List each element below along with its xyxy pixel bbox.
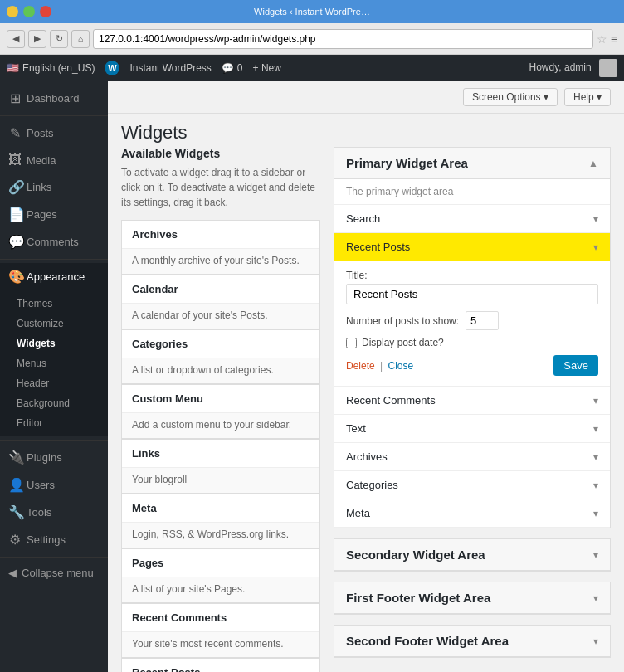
close-button[interactable] [40, 6, 51, 17]
admin-bar-wp[interactable]: W [105, 61, 119, 75]
recent-posts-chevron-icon: ▾ [593, 241, 598, 253]
address-bar[interactable] [93, 29, 593, 49]
delete-link[interactable]: Delete [346, 360, 375, 372]
browser-controls: ◀ ▶ ↻ ⌂ ☆ ≡ [0, 23, 624, 55]
sidebar-label-media: Media [27, 154, 56, 167]
sidebar-item-users[interactable]: 👤 Users [0, 471, 108, 499]
widget-categories-desc: A list or dropdown of categories. [122, 358, 319, 383]
site-name: Instant WordPress [129, 62, 211, 74]
admin-bar-howdy[interactable]: Howdy, admin [529, 59, 617, 77]
sidebar-item-posts[interactable]: ✎ Posts [0, 119, 108, 147]
first-footer-widget-area-title: First Footer Widget Area [346, 591, 490, 605]
widget-categories-header: Categories [122, 330, 319, 358]
home-button[interactable]: ⌂ [71, 30, 90, 48]
widget-recent-posts[interactable]: Recent Posts Your site's most recent Pos… [121, 658, 320, 672]
sidebar-label-users: Users [27, 479, 55, 491]
bookmark-button[interactable]: ☆ [597, 32, 607, 46]
users-icon: 👤 [8, 477, 22, 493]
sidebar-item-background[interactable]: Background [0, 393, 108, 413]
widget-row-search-header[interactable]: Search ▾ [334, 205, 610, 232]
admin-bar-comments[interactable]: 💬 0 [222, 62, 243, 74]
widget-links: Delete | Close [346, 360, 413, 372]
forward-button[interactable]: ▶ [28, 30, 46, 48]
close-link[interactable]: Close [388, 360, 413, 372]
sidebar-item-header[interactable]: Header [0, 373, 108, 393]
widget-recent-comments[interactable]: Recent Comments Your site's most recent … [121, 603, 320, 658]
secondary-widget-area-header[interactable]: Secondary Widget Area ▾ [334, 539, 610, 571]
sidebar-item-settings[interactable]: ⚙ Settings [0, 526, 108, 553]
first-footer-chevron-icon: ▾ [593, 592, 598, 604]
pages-icon: 📄 [8, 207, 22, 222]
sidebar-item-plugins[interactable]: 🔌 Plugins [0, 444, 108, 471]
sidebar-item-themes[interactable]: Themes [0, 294, 108, 314]
back-button[interactable]: ◀ [7, 30, 25, 48]
widget-recent-posts-header: Recent Posts [122, 659, 319, 672]
widget-links-header: Links [122, 440, 319, 468]
sidebar-item-dashboard[interactable]: ⊞ Dashboard [0, 85, 108, 112]
widget-calendar[interactable]: Calendar A calendar of your site's Posts… [121, 275, 320, 329]
widget-calendar-desc: A calendar of your site's Posts. [122, 304, 319, 329]
primary-chevron-icon: ▲ [588, 158, 598, 169]
sidebar-item-links[interactable]: 🔗 Links [0, 173, 108, 201]
widget-row-categories-header[interactable]: Categories ▾ [334, 471, 610, 499]
browser-menu-button[interactable]: ≡ [611, 32, 617, 46]
widget-links-desc: Your blogroll [122, 468, 319, 493]
widget-meta-desc: Login, RSS, & WordPress.org links. [122, 523, 319, 548]
widget-custom-menu[interactable]: Custom Menu Add a custom menu to your si… [121, 384, 320, 439]
widget-meta[interactable]: Meta Login, RSS, & WordPress.org links. [121, 494, 320, 548]
maximize-button[interactable] [23, 6, 35, 17]
widget-row-recent-comments-header[interactable]: Recent Comments ▾ [334, 387, 610, 414]
sidebar-label-dashboard: Dashboard [27, 92, 80, 105]
page-title: Widgets [121, 122, 611, 144]
posts-count-label: Number of posts to show: [346, 315, 459, 327]
sidebar-label-plugins: Plugins [27, 451, 62, 464]
widget-custom-menu-header: Custom Menu [122, 385, 319, 413]
widget-pages[interactable]: Pages A list of your site's Pages. [121, 548, 320, 603]
widget-recent-posts-area-title: Recent Posts [346, 241, 410, 253]
widget-row-recent-posts-header[interactable]: Recent Posts ▾ [334, 233, 610, 261]
widget-row-meta: Meta ▾ [334, 499, 610, 528]
posts-count-input[interactable] [466, 311, 499, 330]
wp-sidebar: ⊞ Dashboard ✎ Posts 🖼 Media 🔗 Links 📄 Pa… [0, 81, 108, 672]
widget-row-archives-header[interactable]: Archives ▾ [334, 443, 610, 470]
widget-row-text-header[interactable]: Text ▾ [334, 415, 610, 442]
howdy-label: Howdy, admin [529, 61, 592, 73]
sidebar-item-menus[interactable]: Menus [0, 353, 108, 373]
minimize-button[interactable] [7, 6, 18, 17]
first-footer-widget-area-header[interactable]: First Footer Widget Area ▾ [334, 582, 610, 614]
text-chevron-icon: ▾ [593, 423, 598, 435]
sidebar-item-appearance[interactable]: 🎨 Appearance [0, 263, 108, 290]
sidebar-item-media[interactable]: 🖼 Media [0, 147, 108, 173]
widget-links[interactable]: Links Your blogroll [121, 439, 320, 494]
date-checkbox[interactable] [346, 338, 357, 348]
recent-comments-chevron-icon: ▾ [593, 395, 598, 407]
collapse-menu-button[interactable]: ◀ Collapse menu [0, 561, 108, 585]
admin-bar-locale[interactable]: 🇺🇸 English (en_US) [7, 62, 95, 74]
widget-row-meta-header[interactable]: Meta ▾ [334, 499, 610, 527]
sidebar-label-posts: Posts [27, 127, 54, 139]
widget-archives[interactable]: Archives A monthly archive of your site'… [121, 220, 320, 275]
admin-bar-site[interactable]: Instant WordPress [129, 62, 211, 74]
second-footer-widget-area-header[interactable]: Second Footer Widget Area ▾ [334, 626, 610, 657]
sidebar-sub-appearance: Themes Customize Widgets Menus Header Ba… [0, 290, 108, 436]
screen-options-button[interactable]: Screen Options [463, 88, 558, 106]
sidebar-item-customize[interactable]: Customize [0, 314, 108, 334]
widget-categories[interactable]: Categories A list or dropdown of categor… [121, 329, 320, 384]
archives-chevron-icon: ▾ [593, 451, 598, 463]
admin-bar-new[interactable]: + New [253, 62, 281, 74]
save-button[interactable]: Save [553, 355, 598, 376]
sidebar-item-tools[interactable]: 🔧 Tools [0, 499, 108, 526]
sidebar-item-comments[interactable]: 💬 Comments [0, 228, 108, 256]
posts-icon: ✎ [8, 125, 22, 141]
sidebar-item-pages[interactable]: 📄 Pages [0, 201, 108, 228]
page-title-area: Widgets [108, 114, 624, 147]
reload-button[interactable]: ↻ [50, 30, 68, 48]
link-separator: | [380, 360, 385, 372]
primary-widget-area-header[interactable]: Primary Widget Area ▲ [334, 148, 610, 179]
title-input[interactable] [346, 284, 598, 304]
sidebar-item-widgets[interactable]: Widgets [0, 334, 108, 353]
widget-row-text: Text ▾ [334, 415, 610, 443]
sidebar-item-editor[interactable]: Editor [0, 413, 108, 433]
help-button[interactable]: Help [564, 88, 611, 106]
widget-search-title: Search [346, 212, 380, 225]
